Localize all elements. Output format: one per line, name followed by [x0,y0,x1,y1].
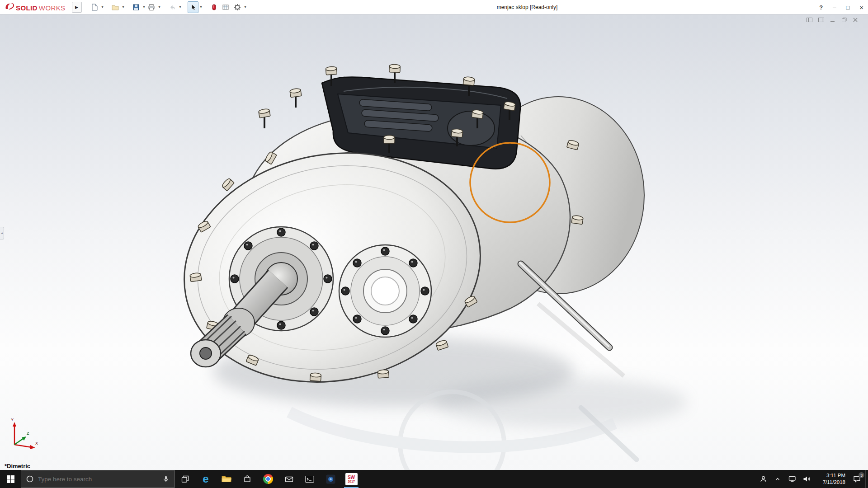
new-document-caret-icon[interactable]: ▾ [102,5,104,9]
terminal-button[interactable] [299,470,320,488]
edge-button[interactable]: e [195,470,216,488]
document-minimize-icon[interactable] [830,17,835,23]
undo-button[interactable] [167,1,178,13]
design-table-button[interactable] [220,1,231,13]
brand-works-text: WORKS [39,4,66,12]
save-caret-icon[interactable]: ▾ [143,5,145,9]
orientation-triad: Y X Z [5,417,41,452]
brand-solid-text: SOLID [16,4,38,12]
solidworks-taskbar-icon: SW 2017 [345,473,358,485]
app-icon [326,474,335,484]
undo-icon [169,4,176,11]
show-desktop-button[interactable] [865,470,868,488]
options-caret-icon[interactable]: ▾ [245,5,246,9]
file-explorer-icon [222,475,231,483]
network-button[interactable] [785,470,799,488]
document-title: menjac sklop [Read-only] [497,4,558,10]
open-caret-icon[interactable]: ▾ [123,5,124,9]
cortana-icon [26,475,34,483]
solidworks-brand: SOLIDWORKS [0,2,69,12]
microphone-icon[interactable] [162,475,170,483]
mail-button[interactable] [278,470,299,488]
people-icon [760,475,767,483]
print-caret-icon[interactable]: ▾ [159,5,160,9]
people-button[interactable] [756,470,770,488]
solidworks-icon-text: SW [348,475,355,480]
clock-time: 3:11 PM [826,472,845,479]
taskbar-search[interactable] [21,470,175,488]
triad-y-label: Y [11,418,14,422]
document-restore-icon[interactable] [841,17,847,23]
notification-badge: 3 [859,472,864,478]
hidden-icons-button[interactable] [770,470,785,488]
title-bar: SOLIDWORKS ▶ ▾ ▾ ▾ ▾ ▾ ▾ [0,0,868,14]
app-button[interactable] [320,470,341,488]
search-input[interactable] [38,476,158,483]
volume-button[interactable] [799,470,814,488]
clock-date: 7/11/2018 [823,479,845,486]
chrome-button[interactable] [258,470,278,488]
appearances-icon [210,4,217,11]
secondary-flange [339,245,431,337]
new-document-button[interactable] [89,1,100,13]
solidworks-logo-icon [5,2,14,10]
new-document-icon [91,4,98,11]
terminal-icon [305,475,314,483]
start-button[interactable] [0,470,21,488]
chrome-icon [263,474,273,484]
task-view-button[interactable] [175,470,195,488]
triad-z-label: Z [27,431,29,436]
mail-icon [285,475,293,483]
menu-expand-button[interactable]: ▶ [72,2,82,13]
taskbar-clock[interactable]: 3:11 PM 7/11/2018 [814,470,848,488]
speaker-icon [803,475,811,483]
appearances-button[interactable] [208,1,219,13]
design-table-icon [222,4,229,11]
options-gear-icon [234,4,241,11]
chevron-up-icon [774,476,781,482]
store-button[interactable] [237,470,258,488]
featuremanager-collapsed-tab[interactable]: ◂ [0,227,4,239]
edge-icon: e [203,474,208,484]
document-close-icon[interactable] [853,17,858,23]
print-icon [148,4,155,11]
maximize-button[interactable]: □ [846,4,849,11]
task-view-icon [181,475,189,483]
solidworks-taskbar-button[interactable]: SW 2017 [341,470,362,488]
gearbox-model [0,14,868,470]
windows-taskbar: e SW 2017 [0,470,868,488]
store-bag-icon [243,475,251,483]
action-center-button[interactable]: 3 [848,470,865,488]
select-caret-icon[interactable]: ▾ [200,5,202,9]
document-window-controls [807,17,858,23]
system-tray: 3:11 PM 7/11/2018 3 [756,470,868,488]
pane-right-icon[interactable] [818,17,824,23]
open-button[interactable] [110,1,121,13]
select-button[interactable] [188,1,198,13]
save-button[interactable] [131,1,142,13]
windows-logo-icon [7,475,14,483]
solidworks-window: SOLIDWORKS ▶ ▾ ▾ ▾ ▾ ▾ ▾ [0,0,868,488]
network-display-icon [788,475,796,483]
minimize-button[interactable]: – [833,4,836,11]
help-button[interactable]: ? [819,4,823,11]
open-folder-icon [112,4,119,11]
save-floppy-icon [132,4,140,11]
solidworks-icon-year: 2017 [348,480,355,483]
graphics-area[interactable]: ◂ [0,14,868,470]
undo-caret-icon[interactable]: ▾ [179,5,181,9]
file-explorer-button[interactable] [216,470,237,488]
pane-left-icon[interactable] [807,17,812,23]
options-button[interactable] [232,1,243,13]
print-button[interactable] [146,1,157,13]
window-controls: ? – □ × [819,0,863,14]
triad-x-label: X [35,441,38,446]
quick-toolbar: ▾ ▾ ▾ ▾ ▾ ▾ [89,1,246,13]
select-cursor-icon [189,4,197,11]
view-orientation-label: *Dimetric [5,463,30,469]
close-button[interactable]: × [859,4,863,11]
